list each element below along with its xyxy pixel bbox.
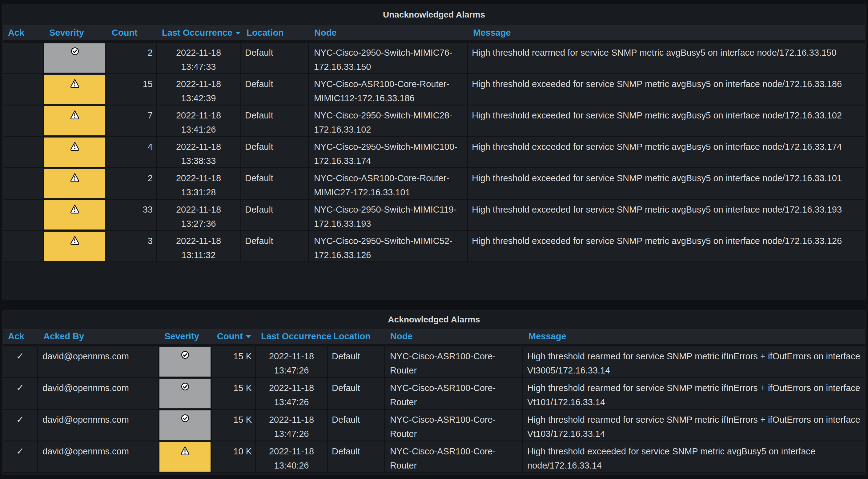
severity-badge — [44, 43, 105, 73]
column-header-severity[interactable]: Severity — [44, 28, 106, 38]
table-row[interactable]: ✓ david@opennms.com 10 K 2022-11-1813:40… — [3, 442, 865, 473]
location-cell: Default — [241, 137, 309, 167]
ack-cell — [3, 74, 44, 105]
column-header-location[interactable]: Location — [241, 28, 309, 38]
column-header-message[interactable]: Message — [523, 331, 865, 342]
table-row[interactable]: ✓ david@opennms.com 15 K 2022-11-1813:47… — [3, 378, 865, 410]
message-cell: High threshold rearmed for service SNMP … — [523, 378, 865, 409]
sort-caret-icon — [236, 32, 240, 35]
last-occurrence-cell: 2022-11-1813:27:36 — [157, 200, 241, 230]
count-cell: 15 — [106, 74, 157, 105]
table-row[interactable]: ✓ david@opennms.com 15 K 2022-11-1813:47… — [3, 410, 865, 442]
location-cell: Default — [328, 442, 385, 472]
ack-cell — [3, 43, 44, 73]
count-cell: 2 — [106, 43, 157, 73]
node-cell: NYC-Cisco-2950-Switch-MIMIC100-172.16.33… — [309, 137, 468, 167]
node-cell: NYC-Cisco-2950-Switch-MIMIC28-172.16.33.… — [309, 105, 468, 136]
message-cell: High threshold exceeded for service SNMP… — [468, 105, 865, 136]
message-cell: High threshold exceeded for service SNMP… — [468, 200, 865, 230]
severity-cell — [44, 105, 106, 136]
check-circle-icon — [181, 351, 189, 359]
ack-cell: ✓ — [3, 378, 38, 409]
check-circle-icon — [71, 47, 79, 55]
warning-triangle-icon — [70, 78, 80, 88]
table-row[interactable]: 15 2022-11-1813:42:39 Default NYC-Cisco-… — [3, 74, 865, 105]
column-header-severity[interactable]: Severity — [159, 331, 212, 342]
severity-badge — [159, 442, 211, 472]
warning-triangle-icon — [70, 110, 80, 119]
severity-badge — [44, 200, 105, 229]
check-circle-icon — [181, 414, 189, 422]
ack-cell — [3, 200, 44, 230]
last-occurrence-cell: 2022-11-1813:40:26 — [256, 442, 328, 472]
message-cell: High threshold rearmed for service SNMP … — [523, 346, 865, 377]
column-header-acked-by[interactable]: Acked By — [38, 331, 159, 342]
severity-cell — [159, 442, 212, 472]
unacknowledged-alarms-table: Ack Severity Count Last Occurrence Locat… — [3, 25, 865, 262]
table-row[interactable]: 2 2022-11-1813:47:33 Default NYC-Cisco-2… — [3, 43, 865, 74]
location-cell: Default — [328, 346, 385, 377]
table-row[interactable]: ✓ david@opennms.com 15 K 2022-11-1813:47… — [3, 346, 865, 378]
ack-cell — [3, 137, 44, 167]
column-header-ack[interactable]: Ack — [3, 331, 38, 342]
last-occurrence-cell: 2022-11-1813:31:28 — [157, 168, 241, 199]
column-header-ack[interactable]: Ack — [3, 28, 44, 38]
severity-badge — [159, 347, 211, 377]
table-row[interactable]: 3 2022-11-1813:11:32 Default NYC-Cisco-2… — [3, 231, 865, 262]
location-cell: Default — [241, 200, 309, 230]
column-header-node[interactable]: Node — [385, 331, 523, 342]
message-cell: High threshold exceeded for service SNMP… — [523, 442, 865, 472]
location-cell: Default — [241, 168, 309, 199]
last-occurrence-cell: 2022-11-1813:41:26 — [157, 105, 241, 136]
panel-title-unacknowledged[interactable]: Unacknowledged Alarms — [3, 4, 865, 25]
message-cell: High threshold rearmed for service SNMP … — [523, 410, 865, 441]
acked-by-cell: david@opennms.com — [38, 378, 159, 409]
severity-cell — [44, 74, 106, 105]
panel-title-acknowledged[interactable]: Acknowledged Alarms — [3, 311, 865, 329]
warning-triangle-icon — [180, 446, 190, 455]
last-occurrence-cell: 2022-11-1813:42:39 — [157, 74, 241, 105]
node-cell: NYC-Cisco-2950-Switch-MIMIC52-172.16.33.… — [309, 231, 468, 261]
table-row[interactable]: 7 2022-11-1813:41:26 Default NYC-Cisco-2… — [3, 105, 865, 137]
last-occurrence-cell: 2022-11-1813:47:26 — [256, 410, 328, 441]
column-header-node[interactable]: Node — [309, 28, 468, 38]
table-header-row: Ack Acked By Severity Count Last Occurre… — [3, 329, 865, 346]
column-header-location[interactable]: Location — [328, 331, 385, 342]
last-occurrence-cell: 2022-11-1813:47:26 — [256, 346, 328, 377]
count-cell: 33 — [106, 200, 157, 230]
last-occurrence-cell: 2022-11-1813:11:32 — [157, 231, 241, 261]
severity-badge — [159, 379, 211, 408]
warning-triangle-icon — [70, 172, 80, 182]
column-header-last-occurrence[interactable]: Last Occurrence — [157, 28, 241, 38]
table-row[interactable]: 4 2022-11-1813:38:33 Default NYC-Cisco-2… — [3, 137, 865, 168]
node-cell: NYC-Cisco-ASR100-Core-Router — [385, 378, 523, 409]
severity-cell — [44, 168, 106, 199]
severity-cell — [44, 137, 106, 167]
ack-cell — [3, 231, 44, 261]
severity-cell — [44, 200, 106, 230]
node-cell: NYC-Cisco-ASR100-Core-Router — [385, 346, 523, 377]
column-header-count[interactable]: Count — [212, 331, 256, 342]
count-cell: 2 — [106, 168, 157, 199]
column-header-message[interactable]: Message — [468, 28, 865, 38]
last-occurrence-cell: 2022-11-1813:47:26 — [256, 378, 328, 409]
table-row[interactable]: 33 2022-11-1813:27:36 Default NYC-Cisco-… — [3, 200, 865, 231]
node-cell: NYC-Cisco-2950-Switch-MIMIC76-172.16.33.… — [309, 43, 468, 73]
table-row[interactable]: 2 2022-11-1813:31:28 Default NYC-Cisco-A… — [3, 168, 865, 200]
count-cell: 3 — [106, 231, 157, 261]
node-cell: NYC-Cisco-ASR100-Core-Router — [385, 442, 523, 472]
message-cell: High threshold rearmed for service SNMP … — [468, 43, 865, 73]
node-cell: NYC-Cisco-2950-Switch-MIMIC119-172.16.33… — [309, 200, 468, 230]
severity-cell — [159, 346, 212, 377]
count-cell: 10 K — [212, 442, 256, 472]
count-cell: 7 — [106, 105, 157, 136]
severity-badge — [44, 137, 105, 167]
severity-badge — [44, 232, 105, 261]
location-cell: Default — [241, 43, 309, 73]
last-occurrence-cell: 2022-11-1813:38:33 — [157, 137, 241, 167]
location-cell: Default — [328, 378, 385, 409]
node-cell: NYC-Cisco-ASR100-Core-Router-MIMIC112-17… — [309, 74, 468, 105]
column-header-count[interactable]: Count — [106, 28, 157, 38]
severity-badge — [44, 169, 105, 198]
column-header-last-occurrence[interactable]: Last Occurrence — [256, 331, 328, 342]
